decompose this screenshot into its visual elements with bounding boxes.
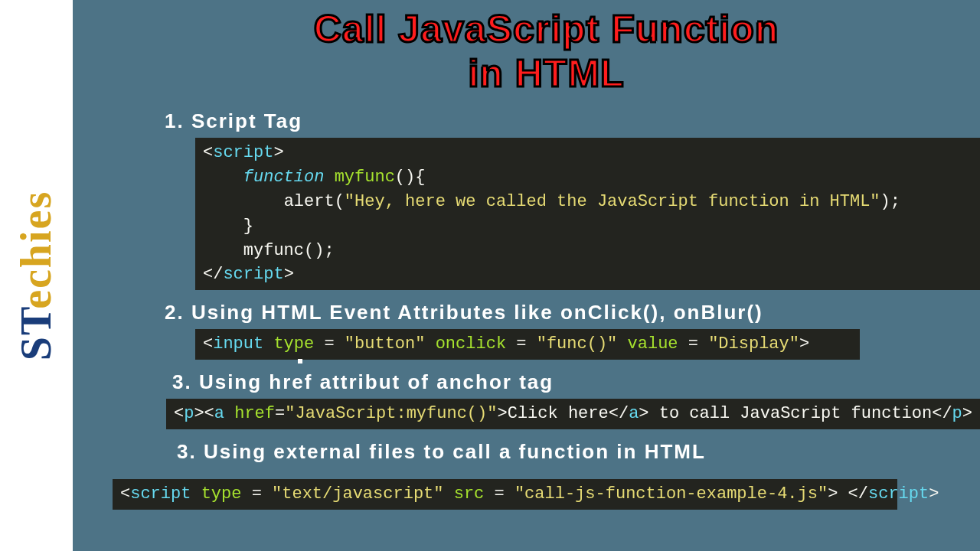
heading-script-tag: 1. Script Tag	[165, 109, 980, 133]
brand-logo: STechies	[12, 191, 61, 360]
heading-external-file: 3. Using external files to call a functi…	[177, 440, 980, 464]
logo-part-1: ST	[13, 309, 60, 360]
logo-part-2: echies	[13, 191, 60, 309]
page-title: Call JavaScript Function in HTML	[96, 8, 980, 96]
code-block-href-anchor: <p><a href="JavaScript:myfunc()">Click h…	[166, 399, 980, 429]
sidebar-logo-strip: STechies	[0, 0, 73, 551]
code-block-script-tag: <script> function myfunc(){ alert("Hey, …	[195, 138, 980, 290]
main-content: Call JavaScript Function in HTML 1. Scri…	[73, 0, 980, 551]
code-block-external-file: <script type = "text/javascript" src = "…	[113, 479, 897, 510]
title-line-2: in HTML	[96, 52, 980, 96]
heading-href-anchor: 3. Using href attribut of anchor tag	[172, 370, 980, 394]
decorative-dot	[298, 359, 302, 364]
heading-event-attributes: 2. Using HTML Event Attributes like onCl…	[165, 301, 980, 324]
code-block-event-attr: <input type = "button" onclick = "func()…	[195, 329, 860, 360]
title-line-1: Call JavaScript Function	[96, 8, 980, 52]
